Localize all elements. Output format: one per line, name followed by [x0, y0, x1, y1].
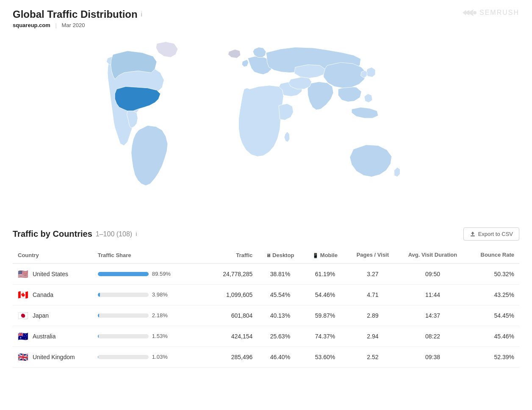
- bounce-rate-value: 54.45%: [468, 305, 519, 326]
- title-info-icon[interactable]: i: [141, 11, 142, 18]
- avg-visit-value: 14:37: [398, 305, 468, 326]
- traffic-value: 1,099,605: [202, 284, 258, 305]
- pages-visit-value: 2.89: [348, 305, 398, 326]
- semrush-logo: semrush: [462, 8, 519, 17]
- traffic-bar-bg: [98, 293, 149, 297]
- world-map: [13, 33, 519, 215]
- country-flag: 🇯🇵: [18, 311, 28, 320]
- mobile-value: 54.46%: [302, 284, 347, 305]
- table-row: 🇦🇺 Australia 1.53% 424,154 25.63% 74.37%…: [13, 326, 519, 346]
- country-cell: 🇦🇺 Australia: [18, 332, 88, 341]
- country-cell: 🇨🇦 Canada: [18, 291, 88, 299]
- page-title: Global Traffic Distribution i: [13, 8, 142, 20]
- country-name: Canada: [33, 291, 53, 298]
- traffic-bar-fill: [98, 334, 99, 338]
- country-cell: 🇬🇧 United Kingdom: [18, 353, 88, 361]
- date-label: Mar 2020: [62, 22, 85, 28]
- subtitle: squareup.com | Mar 2020: [13, 22, 142, 28]
- pages-visit-value: 4.71: [348, 284, 398, 305]
- desktop-value: 38.81%: [258, 263, 302, 285]
- table-info-icon[interactable]: i: [136, 231, 137, 237]
- mobile-value: 61.19%: [302, 263, 347, 285]
- col-header-avg-visit: Avg. Visit Duration: [398, 247, 468, 263]
- avg-visit-value: 11:44: [398, 284, 468, 305]
- country-flag: 🇺🇸: [18, 270, 28, 278]
- traffic-share-cell: 1.03%: [98, 354, 198, 360]
- traffic-bar-bg: [98, 334, 149, 338]
- mobile-value: 53.60%: [302, 346, 347, 367]
- traffic-share-pct: 1.53%: [152, 333, 168, 339]
- export-button-label: Export to CSV: [478, 231, 513, 237]
- country-flag: 🇨🇦: [18, 291, 28, 299]
- country-cell: 🇺🇸 United States: [18, 270, 88, 278]
- table-row: 🇺🇸 United States 89.59% 24,778,285 38.81…: [13, 263, 519, 285]
- desktop-icon: 🖥: [266, 253, 271, 258]
- col-header-country: Country: [13, 247, 93, 263]
- traffic-share-pct: 89.59%: [152, 271, 171, 277]
- col-header-desktop: 🖥 Desktop: [258, 247, 302, 263]
- domain-label: squareup.com: [13, 22, 50, 28]
- export-icon: [470, 231, 476, 237]
- table-title-text: Traffic by Countries: [13, 229, 92, 239]
- col-header-traffic-share: Traffic Share: [93, 247, 203, 263]
- desktop-value: 25.63%: [258, 326, 302, 346]
- semrush-logo-icon: [462, 8, 477, 17]
- col-header-mobile: 📱 Mobile: [302, 247, 347, 263]
- avg-visit-value: 09:38: [398, 346, 468, 367]
- avg-visit-value: 08:22: [398, 326, 468, 346]
- traffic-bar-bg: [98, 355, 149, 359]
- traffic-bar-fill: [98, 355, 98, 359]
- table-row: 🇬🇧 United Kingdom 1.03% 285,496 46.40% 5…: [13, 346, 519, 367]
- bounce-rate-value: 50.32%: [468, 263, 519, 285]
- svg-rect-2: [471, 235, 475, 236]
- bounce-rate-value: 45.46%: [468, 326, 519, 346]
- subtitle-separator: |: [55, 22, 56, 28]
- traffic-value: 424,154: [202, 326, 258, 346]
- country-flag: 🇬🇧: [18, 353, 28, 361]
- traffic-value: 601,804: [202, 305, 258, 326]
- traffic-share-cell: 2.18%: [98, 312, 198, 319]
- traffic-bar-bg: [98, 272, 149, 276]
- export-csv-button[interactable]: Export to CSV: [463, 227, 519, 241]
- desktop-value: 40.13%: [258, 305, 302, 326]
- traffic-value: 285,496: [202, 346, 258, 367]
- title-section: Global Traffic Distribution i squareup.c…: [13, 8, 142, 28]
- traffic-share-pct: 3.98%: [152, 291, 168, 298]
- pages-visit-value: 2.52: [348, 346, 398, 367]
- col-header-traffic: Traffic: [202, 247, 258, 263]
- traffic-bar-fill: [98, 293, 100, 297]
- table-title: Traffic by Countries 1–100 (108) i: [13, 229, 137, 239]
- traffic-bar-fill: [98, 272, 149, 276]
- pages-visit-value: 2.94: [348, 326, 398, 346]
- table-count: 1–100 (108): [96, 230, 132, 238]
- traffic-bar-fill: [98, 313, 99, 318]
- traffic-share-cell: 89.59%: [98, 271, 198, 277]
- bounce-rate-value: 43.25%: [468, 284, 519, 305]
- col-header-bounce-rate: Bounce Rate: [468, 247, 519, 263]
- col-header-pages: Pages / Visit: [348, 247, 398, 263]
- mobile-value: 74.37%: [302, 326, 347, 346]
- country-flag: 🇦🇺: [18, 332, 28, 341]
- traffic-value: 24,778,285: [202, 263, 258, 285]
- traffic-share-cell: 1.53%: [98, 333, 198, 339]
- traffic-share-pct: 1.03%: [152, 354, 168, 360]
- country-name: Japan: [33, 312, 49, 319]
- mobile-value: 59.87%: [302, 305, 347, 326]
- desktop-value: 46.40%: [258, 346, 302, 367]
- desktop-value: 45.54%: [258, 284, 302, 305]
- semrush-text: semrush: [479, 9, 519, 17]
- pages-visit-value: 3.27: [348, 263, 398, 285]
- svg-point-0: [473, 11, 477, 14]
- traffic-share-cell: 3.98%: [98, 291, 198, 298]
- table-row: 🇨🇦 Canada 3.98% 1,099,605 45.54% 54.46% …: [13, 284, 519, 305]
- country-name: Australia: [33, 333, 55, 340]
- table-section-header: Traffic by Countries 1–100 (108) i Expor…: [13, 227, 519, 241]
- traffic-table: Country Traffic Share Traffic 🖥 Desktop …: [13, 247, 519, 368]
- mobile-icon: 📱: [313, 253, 319, 258]
- bounce-rate-value: 52.39%: [468, 346, 519, 367]
- country-name: United Kingdom: [33, 354, 75, 360]
- country-name: United States: [33, 271, 68, 277]
- country-cell: 🇯🇵 Japan: [18, 311, 88, 320]
- traffic-bar-bg: [98, 313, 149, 318]
- avg-visit-value: 09:50: [398, 263, 468, 285]
